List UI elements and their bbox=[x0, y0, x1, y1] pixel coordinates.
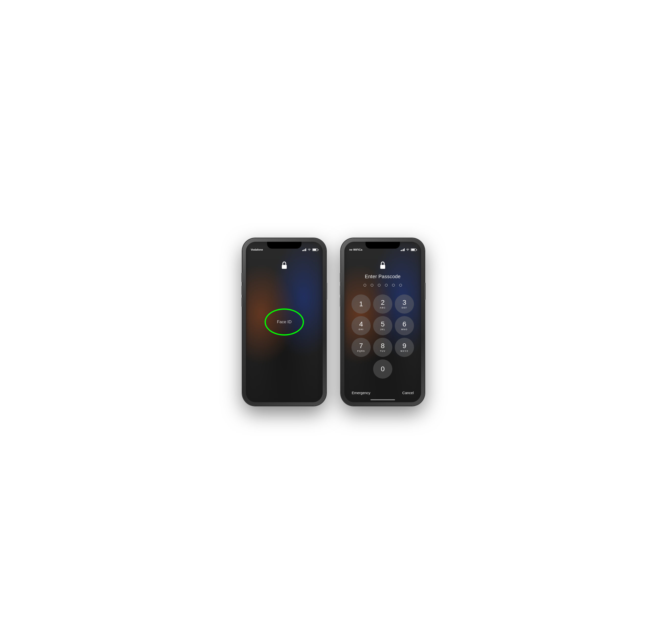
dot-3 bbox=[378, 284, 380, 287]
key-3-letters: DEF bbox=[402, 306, 407, 309]
key-3[interactable]: 3 DEF bbox=[395, 294, 414, 313]
key-9-letters: WXYZ bbox=[401, 350, 408, 352]
key-8-letters: TUV bbox=[380, 350, 386, 352]
key-8-number: 8 bbox=[381, 342, 385, 349]
face-id-container[interactable]: Face ID bbox=[264, 308, 304, 336]
lock-icon-1 bbox=[281, 261, 288, 270]
status-icons-1 bbox=[302, 248, 318, 251]
dot-6 bbox=[399, 284, 402, 287]
key-0-number: 0 bbox=[381, 366, 385, 372]
passcode-bottom: Emergency Cancel bbox=[344, 391, 421, 395]
svg-rect-0 bbox=[282, 265, 287, 269]
face-id-oval[interactable]: Face ID bbox=[264, 308, 304, 336]
key-0[interactable]: 0 bbox=[373, 359, 392, 379]
phone-1: Vodafone bbox=[242, 238, 326, 406]
home-indicator-2 bbox=[370, 399, 395, 400]
dot-5 bbox=[392, 284, 395, 287]
cancel-button[interactable]: Cancel bbox=[402, 391, 414, 395]
dot-1 bbox=[363, 284, 366, 287]
key-5-letters: JKL bbox=[380, 328, 386, 331]
key-5-number: 5 bbox=[381, 321, 385, 328]
key-1[interactable]: 1 bbox=[352, 294, 371, 313]
passcode-dots bbox=[363, 284, 402, 287]
battery-icon-1 bbox=[312, 248, 318, 251]
key-7-number: 7 bbox=[359, 342, 363, 349]
wifi-icon-1 bbox=[307, 248, 311, 251]
key-4[interactable]: 4 GHI bbox=[352, 316, 371, 335]
key-8[interactable]: 8 TUV bbox=[373, 338, 392, 357]
key-1-number: 1 bbox=[359, 301, 363, 307]
key-4-letters: GHI bbox=[359, 328, 364, 331]
key-9[interactable]: 9 WXYZ bbox=[395, 338, 414, 357]
emergency-button[interactable]: Emergency bbox=[352, 391, 370, 395]
carrier-1: Vodafone bbox=[251, 248, 302, 251]
phone-2: ne WiFiCa bbox=[341, 238, 425, 406]
key-9-number: 9 bbox=[403, 342, 406, 349]
dot-4 bbox=[385, 284, 388, 287]
key-6-number: 6 bbox=[403, 321, 406, 328]
phone-1-screen: Vodafone bbox=[246, 242, 323, 402]
passcode-title: Enter Passcode bbox=[365, 274, 401, 279]
key-2[interactable]: 2 ABC bbox=[373, 294, 392, 313]
signal-icon-1 bbox=[302, 248, 306, 251]
key-2-number: 2 bbox=[381, 299, 385, 306]
phone-2-frame: ne WiFiCa bbox=[341, 238, 425, 406]
face-id-label: Face ID bbox=[277, 320, 292, 324]
key-6-letters: MNO bbox=[401, 328, 408, 331]
key-4-number: 4 bbox=[359, 321, 363, 328]
passcode-container: Enter Passcode 1 2 ABC bbox=[344, 242, 421, 402]
key-6[interactable]: 6 MNO bbox=[395, 316, 414, 335]
phone-2-screen: ne WiFiCa bbox=[344, 242, 421, 402]
phone-1-frame: Vodafone bbox=[242, 238, 326, 406]
keypad: 1 2 ABC 3 DEF 4 GHI bbox=[352, 294, 414, 379]
key-5[interactable]: 5 JKL bbox=[373, 316, 392, 335]
key-7[interactable]: 7 PQRS bbox=[352, 338, 371, 357]
status-bar-1: Vodafone bbox=[246, 242, 323, 253]
dot-2 bbox=[371, 284, 373, 287]
key-7-letters: PQRS bbox=[357, 350, 365, 352]
key-3-number: 3 bbox=[403, 299, 406, 306]
key-2-letters: ABC bbox=[380, 306, 386, 309]
